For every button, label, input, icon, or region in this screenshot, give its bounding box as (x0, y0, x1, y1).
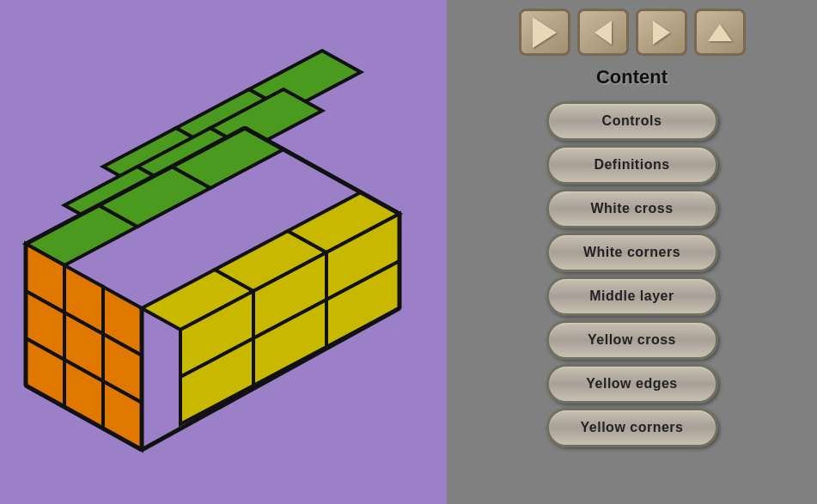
menu-list: Controls Definitions White cross White c… (546, 97, 718, 452)
up-icon (708, 24, 732, 41)
prev-icon (594, 21, 612, 45)
cube-svg (17, 38, 430, 467)
play-button[interactable] (519, 9, 570, 56)
menu-btn-white-corners[interactable]: White corners (546, 233, 718, 272)
next-icon (653, 21, 670, 45)
menu-btn-definitions[interactable]: Definitions (546, 145, 718, 185)
menu-btn-controls[interactable]: Controls (546, 101, 718, 141)
play-icon (533, 17, 557, 48)
cube-3d (17, 38, 430, 467)
nav-buttons (519, 9, 746, 56)
prev-button[interactable] (577, 9, 629, 56)
menu-btn-yellow-corners[interactable]: Yellow corners (546, 408, 718, 447)
content-title: Content (596, 66, 668, 88)
menu-btn-white-cross[interactable]: White cross (546, 189, 718, 228)
cube-viewer (0, 0, 447, 504)
right-panel: Content Controls Definitions White cross… (447, 0, 817, 504)
menu-btn-yellow-cross[interactable]: Yellow cross (546, 320, 718, 360)
menu-btn-yellow-edges[interactable]: Yellow edges (546, 364, 718, 404)
up-button[interactable] (694, 9, 746, 56)
next-button[interactable] (636, 9, 687, 56)
menu-btn-middle-layer[interactable]: Middle layer (546, 276, 718, 316)
